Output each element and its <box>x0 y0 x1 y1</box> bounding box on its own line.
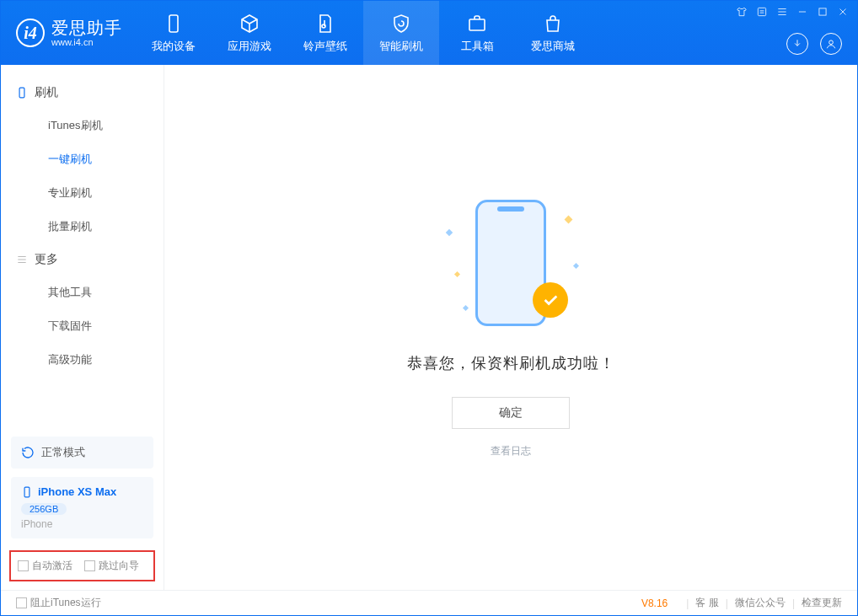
app-window: i4 爱思助手 www.i4.cn 我的设备 应用游戏 铃声壁纸 智能刷机 <box>0 0 858 616</box>
svg-point-5 <box>829 40 834 45</box>
mode-label: 正常模式 <box>41 445 85 460</box>
success-illustration <box>443 196 578 331</box>
sidebar-item-pro-flash[interactable]: 专业刷机 <box>1 176 164 210</box>
mode-card[interactable]: 正常模式 <box>11 437 153 469</box>
sidebar-group-label: 刷机 <box>35 85 58 100</box>
cube-icon <box>239 13 260 35</box>
svg-rect-4 <box>819 8 826 15</box>
footer-link-wechat[interactable]: 微信公众号 <box>735 596 786 610</box>
nav-label: 铃声壁纸 <box>303 39 347 54</box>
svg-rect-7 <box>24 487 29 497</box>
phone-icon <box>16 87 28 99</box>
header-right-badges <box>786 33 842 55</box>
sidebar-item-advanced[interactable]: 高级功能 <box>1 343 164 377</box>
sidebar-item-download-firmware[interactable]: 下载固件 <box>1 309 164 343</box>
logo: i4 爱思助手 www.i4.cn <box>1 19 136 47</box>
success-message: 恭喜您，保资料刷机成功啦！ <box>407 353 615 373</box>
nav-label: 我的设备 <box>152 39 196 54</box>
maximize-icon[interactable] <box>817 6 829 21</box>
window-controls <box>736 6 849 21</box>
nav-label: 应用游戏 <box>228 39 271 54</box>
minimize-icon[interactable] <box>796 6 808 21</box>
nav-label: 爱思商城 <box>531 39 575 54</box>
shopping-bag-icon <box>542 13 564 35</box>
footer-link-service[interactable]: 客 服 <box>695 596 718 610</box>
shield-refresh-icon <box>390 13 412 35</box>
sidebar-group-label: 更多 <box>35 252 58 267</box>
version-label: V8.16 <box>641 597 668 609</box>
nav-ringtone-wallpaper[interactable]: 铃声壁纸 <box>287 1 363 65</box>
check-skip-guide[interactable]: 跳过向导 <box>84 559 139 573</box>
user-icon[interactable] <box>820 33 842 55</box>
view-log-link[interactable]: 查看日志 <box>491 444 531 458</box>
logo-text-cn: 爱思助手 <box>51 19 122 37</box>
music-file-icon <box>314 13 336 35</box>
logo-icon: i4 <box>16 19 45 47</box>
svg-rect-6 <box>19 88 24 98</box>
checkmark-icon <box>533 282 568 318</box>
check-label: 跳过向导 <box>99 560 139 571</box>
device-capacity: 256GB <box>21 503 67 515</box>
svg-rect-3 <box>758 8 765 15</box>
sidebar-item-batch-flash[interactable]: 批量刷机 <box>1 210 164 244</box>
sidebar-item-other-tools[interactable]: 其他工具 <box>1 276 164 309</box>
titlebar: i4 爱思助手 www.i4.cn 我的设备 应用游戏 铃声壁纸 智能刷机 <box>1 1 857 65</box>
check-label: 阻止iTunes运行 <box>30 597 101 608</box>
nav: 我的设备 应用游戏 铃声壁纸 智能刷机 工具箱 爱思商城 <box>136 1 591 65</box>
svg-rect-0 <box>169 15 178 32</box>
shirt-icon[interactable] <box>736 6 748 21</box>
footer: 阻止iTunes运行 V8.16 | 客 服 | 微信公众号 | 检查更新 <box>1 590 857 615</box>
nav-store[interactable]: 爱思商城 <box>515 1 591 65</box>
main-content: 恭喜您，保资料刷机成功啦！ 确定 查看日志 <box>164 65 857 590</box>
sidebar-checks-highlight: 自动激活 跳过向导 <box>9 550 155 581</box>
nav-label: 工具箱 <box>461 39 494 54</box>
svg-rect-2 <box>469 19 485 30</box>
device-icon <box>163 13 185 35</box>
nav-toolbox[interactable]: 工具箱 <box>439 1 515 65</box>
device-card[interactable]: iPhone XS Max 256GB iPhone <box>11 477 153 538</box>
check-block-itunes[interactable]: 阻止iTunes运行 <box>16 596 101 610</box>
menu-icon[interactable] <box>776 6 788 21</box>
download-icon[interactable] <box>786 33 808 55</box>
sidebar-item-itunes-flash[interactable]: iTunes刷机 <box>1 109 164 142</box>
nav-smart-flash[interactable]: 智能刷机 <box>363 1 439 65</box>
nav-my-device[interactable]: 我的设备 <box>136 1 212 65</box>
body: 刷机 iTunes刷机 一键刷机 专业刷机 批量刷机 更多 其他工具 下载固件 … <box>1 65 857 590</box>
svg-point-1 <box>322 24 325 28</box>
nav-label: 智能刷机 <box>379 39 423 54</box>
nav-apps-games[interactable]: 应用游戏 <box>212 1 287 65</box>
feedback-icon[interactable] <box>756 6 768 21</box>
phone-icon <box>21 486 33 498</box>
device-name: iPhone XS Max <box>38 485 116 498</box>
footer-link-update[interactable]: 检查更新 <box>802 596 842 610</box>
list-icon <box>16 254 28 265</box>
briefcase-icon <box>466 13 488 35</box>
refresh-icon <box>21 446 35 459</box>
sidebar-item-oneclick-flash[interactable]: 一键刷机 <box>1 142 164 176</box>
sidebar: 刷机 iTunes刷机 一键刷机 专业刷机 批量刷机 更多 其他工具 下载固件 … <box>1 65 164 590</box>
device-type: iPhone <box>21 518 143 530</box>
ok-button[interactable]: 确定 <box>452 397 570 429</box>
close-icon[interactable] <box>837 6 849 21</box>
logo-text-en: www.i4.cn <box>51 37 122 47</box>
sidebar-group-flash: 刷机 <box>1 77 164 109</box>
sidebar-group-more: 更多 <box>1 244 164 276</box>
check-label: 自动激活 <box>32 560 72 571</box>
check-auto-activate[interactable]: 自动激活 <box>18 559 72 573</box>
